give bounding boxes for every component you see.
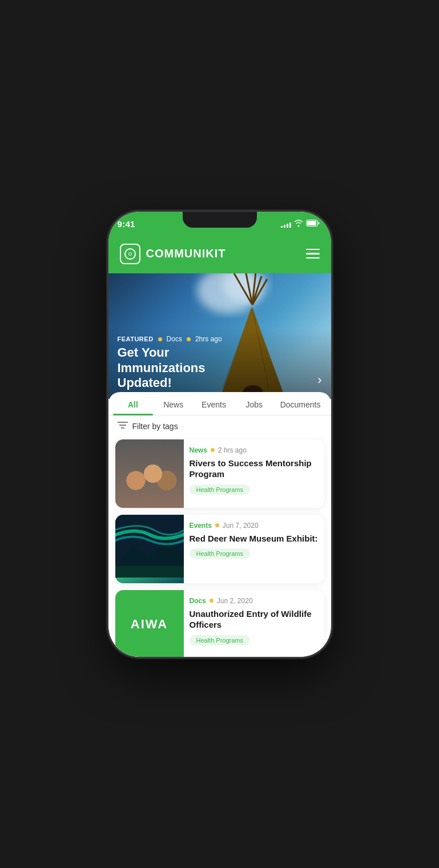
card-category-news: News [190,446,207,454]
aiwa-logo-text: AIWA [131,617,168,632]
featured-category: Docs [167,335,182,343]
card-dot-2 [215,523,219,527]
card-tag-1: Health Programs [190,485,251,495]
card-time-3: Jun 2, 2020 [217,597,253,605]
card-title-museum: Red Deer New Museum Exhibit: [190,533,319,544]
battery-icon [306,220,320,228]
featured-dot-2 [187,337,191,341]
card-content-museum: Events Jun 7, 2020 Red Deer New Museum E… [184,515,324,583]
card-dot-1 [211,448,215,452]
hamburger-menu[interactable] [306,249,320,259]
tab-documents[interactable]: Documents [275,392,327,415]
status-icons [281,220,320,228]
card-category-events: Events [190,522,212,530]
card-category-docs: Docs [190,597,206,605]
filter-row[interactable]: Filter by tags [108,415,331,437]
svg-rect-19 [115,566,184,578]
tabs-section: All News Events Jobs Documents Filter by… [108,392,331,657]
phone-screen: 9:41 [108,212,331,657]
app-header: COMMUNIKIT [108,237,331,273]
featured-label: FEATURED [118,336,154,342]
filter-icon [118,421,128,431]
featured-banner[interactable]: FEATURED Docs 2hrs ago Get Your Immuniza… [108,273,331,399]
card-wildlife[interactable]: AIWA Docs Jun 2, 2020 Unauthorized Entry… [115,590,324,657]
card-meta-museum: Events Jun 7, 2020 [190,522,319,530]
card-title-mentorship: Rivers to Success Mentorship Program [190,458,319,480]
card-image-docs: AIWA [115,590,184,657]
card-meta-mentorship: News 2 hrs ago [190,446,319,454]
card-image-mentorship [115,439,184,508]
featured-dot-1 [158,337,162,341]
tab-events[interactable]: Events [194,392,234,415]
card-dot-3 [210,599,214,603]
cards-list: News 2 hrs ago Rivers to Success Mentors… [108,437,331,657]
featured-arrow[interactable]: › [317,373,321,387]
status-time: 9:41 [118,219,135,229]
tab-news[interactable]: News [153,392,194,415]
card-meta-wildlife: Docs Jun 2, 2020 [190,597,319,605]
card-museum[interactable]: Events Jun 7, 2020 Red Deer New Museum E… [115,515,324,583]
logo-icon [120,244,140,264]
card-time-1: 2 hrs ago [218,446,247,454]
tab-jobs[interactable]: Jobs [234,392,275,415]
featured-time: 2hrs ago [195,335,222,343]
tab-all[interactable]: All [113,392,154,415]
card-time-2: Jun 7, 2020 [223,522,259,530]
header-logo: COMMUNIKIT [120,244,226,264]
notch [183,212,257,228]
card-content-wildlife: Docs Jun 2, 2020 Unauthorized Entry of W… [184,590,324,657]
card-tag-2: Health Programs [190,548,251,559]
card-title-wildlife: Unauthorized Entry of Wildlife Officers [190,608,319,631]
tabs-row: All News Events Jobs Documents [108,392,331,415]
card-content-mentorship: News 2 hrs ago Rivers to Success Mentors… [184,439,324,508]
featured-title: Get Your Immunizations Updated! [118,345,261,390]
card-mentorship[interactable]: News 2 hrs ago Rivers to Success Mentors… [115,439,324,508]
card-image-aurora [115,515,184,583]
card-tag-3: Health Programs [190,635,251,645]
app-title: COMMUNIKIT [146,247,226,260]
phone-frame: 9:41 [108,212,331,657]
signal-icon [281,221,291,228]
svg-rect-1 [307,221,316,225]
wifi-icon [294,220,303,228]
filter-label: Filter by tags [132,422,178,431]
banner-meta: FEATURED Docs 2hrs ago [118,335,322,343]
